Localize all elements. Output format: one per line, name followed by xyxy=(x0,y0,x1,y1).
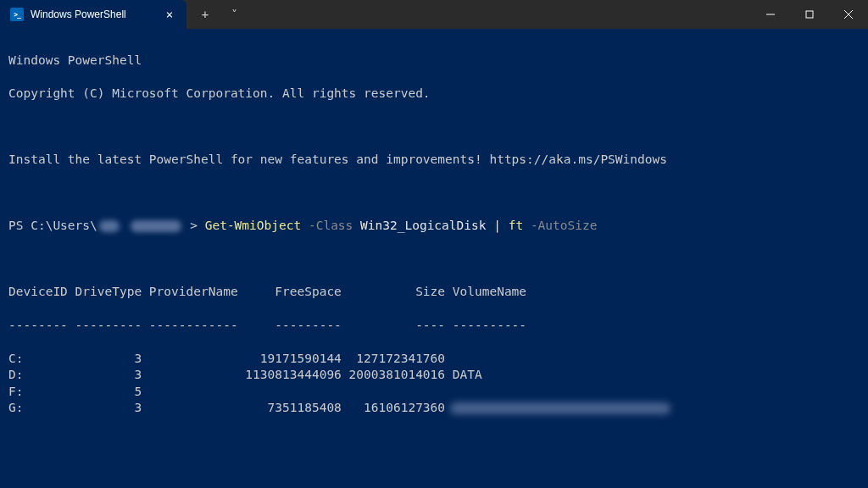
tab-title: Windows PowerShell xyxy=(31,8,154,20)
titlebar-drag-area[interactable] xyxy=(253,0,751,29)
table-header: DeviceID DriveType ProviderName FreeSpac… xyxy=(8,284,860,301)
cmdlet: Get-WmiObject xyxy=(205,219,302,232)
param-value: Win32_LogicalDisk xyxy=(360,219,486,232)
intro-line: Windows PowerShell xyxy=(8,53,860,69)
intro-line: Copyright (C) Microsoft Corporation. All… xyxy=(8,86,860,103)
prompt-arrow: > xyxy=(190,219,198,232)
param: -Class xyxy=(309,219,353,232)
minimize-button[interactable] xyxy=(751,0,790,29)
close-window-button[interactable] xyxy=(829,0,868,29)
blank-line xyxy=(8,251,860,268)
prompt-prefix: PS C:\Users\ xyxy=(8,219,97,232)
table-row: D: 3 1130813444096 2000381014016 DATA xyxy=(8,367,860,384)
table-row: C: 3 19171590144 127172341760 xyxy=(8,351,860,368)
intro-line: Install the latest PowerShell for new fe… xyxy=(8,152,860,169)
table-row: F: 5 xyxy=(8,384,860,401)
tab-dropdown-button[interactable]: ˅ xyxy=(220,1,248,28)
blank-line xyxy=(8,119,860,136)
window-controls xyxy=(751,0,868,29)
table-separator: -------- --------- ------------ --------… xyxy=(8,318,860,335)
close-tab-button[interactable]: × xyxy=(161,6,178,23)
terminal-output[interactable]: Windows PowerShell Copyright (C) Microso… xyxy=(0,29,868,488)
pipe: | xyxy=(493,219,501,232)
titlebar: Windows PowerShell × + ˅ xyxy=(0,0,868,29)
redacted-user xyxy=(131,220,181,232)
param: -AutoSize xyxy=(531,219,598,232)
redacted-volume-name xyxy=(450,402,670,414)
new-tab-button[interactable]: + xyxy=(192,1,219,28)
blank-line xyxy=(8,185,860,202)
cmdlet: ft xyxy=(509,219,523,232)
blank-line xyxy=(8,434,860,451)
prompt-command-line: PS C:\Users\ > Get-WmiObject -Class Win3… xyxy=(8,218,860,235)
maximize-button[interactable] xyxy=(790,0,829,29)
tab-actions: + ˅ xyxy=(186,0,253,29)
powershell-icon xyxy=(10,8,24,21)
tab-powershell[interactable]: Windows PowerShell × xyxy=(0,0,186,29)
blank-line xyxy=(8,467,860,484)
table-row: G: 3 7351185408 16106127360 xyxy=(8,400,860,417)
svg-rect-1 xyxy=(806,11,813,18)
redacted-user xyxy=(99,220,120,232)
